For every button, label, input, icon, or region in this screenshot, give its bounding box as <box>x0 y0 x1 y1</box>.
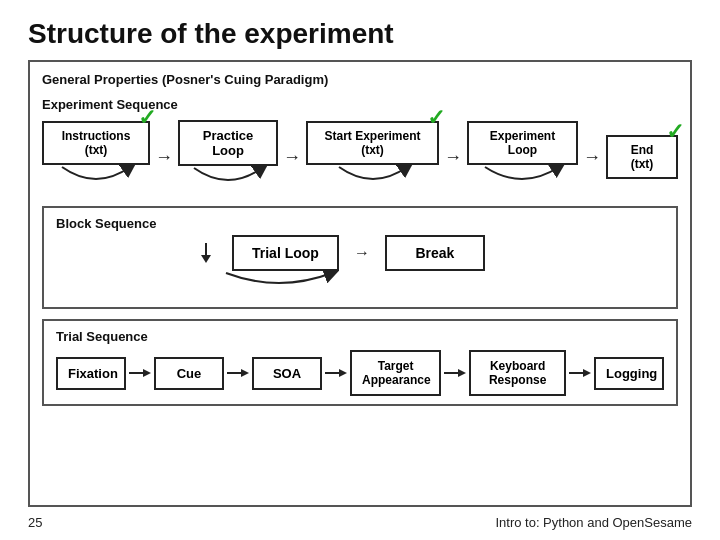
trial-sequence-label: Trial Sequence <box>56 329 664 344</box>
svg-marker-7 <box>339 369 347 377</box>
arrow-soa-target <box>325 366 347 380</box>
curve-instructions <box>52 165 140 193</box>
curve-exp-loop <box>475 165 569 193</box>
trial-box-logging: Logging <box>594 357 664 390</box>
arrow-target-keyboard <box>444 366 466 380</box>
svg-marker-5 <box>241 369 249 377</box>
trial-box-cue: Cue <box>154 357 224 390</box>
curve-practice <box>184 166 272 194</box>
footer: 25 Intro to: Python and OpenSesame <box>28 515 692 530</box>
svg-marker-3 <box>143 369 151 377</box>
arrow-fixation-cue <box>129 366 151 380</box>
experiment-sequence-section: Experiment Sequence Instructions (txt) ✓ <box>42 97 678 198</box>
check-start-experiment: ✓ <box>427 107 445 129</box>
seq-item-end: End (txt) ✓ <box>606 135 678 179</box>
down-arrow-exp-to-block <box>196 243 216 263</box>
svg-marker-11 <box>583 369 591 377</box>
outer-box: General Properties (Posner's Cuing Parad… <box>28 60 692 507</box>
seq-item-practice-loop: Practice Loop <box>178 120 278 194</box>
trial-box-fixation: Fixation <box>56 357 126 390</box>
arrow-1: → <box>150 147 178 168</box>
page-number: 25 <box>28 515 42 530</box>
page: Structure of the experiment General Prop… <box>0 0 720 540</box>
page-title: Structure of the experiment <box>28 18 692 50</box>
arrow-3: → <box>439 147 467 168</box>
trial-arrow-1 <box>126 366 154 380</box>
footer-subtitle: Intro to: Python and OpenSesame <box>495 515 692 530</box>
trial-arrow-4 <box>441 366 469 380</box>
block-arrow-right: → <box>351 244 373 262</box>
trial-box-target-appearance: Target Appearance <box>350 350 441 396</box>
trial-arrow-2 <box>224 366 252 380</box>
block-box-break: Break <box>385 235 485 271</box>
seq-item-experiment-loop: Experiment Loop <box>467 121 578 193</box>
seq-box-practice-loop: Practice Loop <box>178 120 278 166</box>
seq-box-experiment-loop: Experiment Loop <box>467 121 578 165</box>
trial-arrow-3 <box>322 366 350 380</box>
check-end: ✓ <box>666 121 684 143</box>
curve-start <box>329 165 417 193</box>
arrow-keyboard-logging <box>569 366 591 380</box>
curve-trial-loop <box>214 271 344 295</box>
seq-box-start-experiment: Start Experiment (txt) <box>306 121 439 165</box>
trial-box-keyboard-response: Keyboard Response <box>469 350 566 396</box>
seq-item-instructions: Instructions (txt) ✓ <box>42 121 150 193</box>
arrow-4: → <box>578 147 606 168</box>
arrow-cue-soa <box>227 366 249 380</box>
trial-arrow-5 <box>566 366 594 380</box>
block-sequence-label: Block Sequence <box>56 216 664 231</box>
check-instructions: ✓ <box>138 107 156 129</box>
svg-marker-1 <box>201 255 211 263</box>
arrow-2: → <box>278 147 306 168</box>
outer-box-label: General Properties (Posner's Cuing Parad… <box>42 72 678 87</box>
block-sequence-section: Block Sequence <box>42 206 678 309</box>
svg-marker-9 <box>458 369 466 377</box>
seq-item-start-experiment: Start Experiment (txt) ✓ <box>306 121 439 193</box>
trial-sequence-section: Trial Sequence Fixation Cue SOA <box>42 319 678 406</box>
seq-box-instructions: Instructions (txt) <box>42 121 150 165</box>
trial-sequence-row: Fixation Cue SOA <box>56 350 664 396</box>
experiment-sequence-row: Instructions (txt) ✓ → <box>42 116 678 198</box>
trial-box-soa: SOA <box>252 357 322 390</box>
block-box-trial-loop: Trial Loop <box>232 235 339 271</box>
